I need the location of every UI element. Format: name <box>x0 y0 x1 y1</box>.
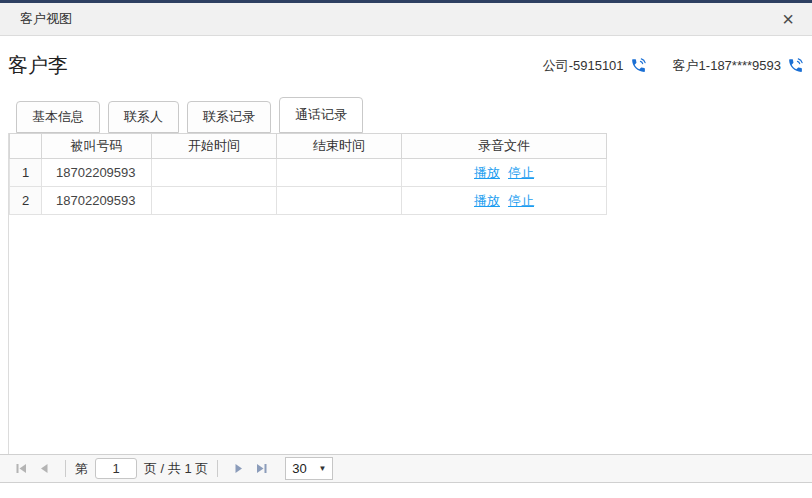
end-time-cell <box>277 159 402 187</box>
table-row: 1 18702209593 播放停止 <box>10 159 607 187</box>
tab-contact-records[interactable]: 联系记录 <box>187 101 271 133</box>
call-records-table: 被叫号码 开始时间 结束时间 录音文件 1 18702209593 播放停止 <box>9 133 607 215</box>
pager-divider <box>217 460 218 477</box>
stop-link[interactable]: 停止 <box>508 165 534 180</box>
phone-links: 公司-5915101 客户1-187****9593 <box>517 57 804 75</box>
phone-call-icon[interactable] <box>630 57 647 74</box>
column-header-rownum <box>10 134 42 159</box>
company-phone-label: 公司-5915101 <box>543 57 624 75</box>
page-count-label: 页 / 共 1 页 <box>144 460 208 478</box>
start-time-cell <box>152 187 277 215</box>
phone-call-icon[interactable] <box>787 57 804 74</box>
first-page-icon[interactable] <box>10 462 33 475</box>
next-page-icon[interactable] <box>227 462 250 475</box>
customer-header: 客户李 公司-5915101 客户1-187****9593 <box>0 36 812 85</box>
table-header-row: 被叫号码 开始时间 结束时间 录音文件 <box>10 134 607 159</box>
customer-name: 客户李 <box>8 52 68 79</box>
close-icon[interactable]: × <box>782 9 794 29</box>
tab-call-records[interactable]: 通话记录 <box>279 97 363 133</box>
play-link[interactable]: 播放 <box>474 165 500 180</box>
customer-view-dialog: 客户视图 × 客户李 公司-5915101 客户1-187****9593 <box>0 0 812 498</box>
tab-bar: 基本信息 联系人 联系记录 通话记录 <box>0 97 812 133</box>
stop-link[interactable]: 停止 <box>508 193 534 208</box>
tab-basic-info[interactable]: 基本信息 <box>16 101 100 133</box>
tab-contacts[interactable]: 联系人 <box>108 101 179 133</box>
row-index: 1 <box>10 159 42 187</box>
pager-divider <box>65 460 66 477</box>
column-header-recording-file: 录音文件 <box>402 134 607 159</box>
customer-phone-group: 客户1-187****9593 <box>673 57 804 75</box>
pagination-bar: 第 页 / 共 1 页 30 ▼ <box>0 454 812 483</box>
column-header-called-number: 被叫号码 <box>42 134 152 159</box>
page-size-select[interactable]: 30 ▼ <box>285 457 333 480</box>
called-number-cell: 18702209593 <box>42 187 152 215</box>
end-time-cell <box>277 187 402 215</box>
company-phone-group: 公司-5915101 <box>543 57 647 75</box>
row-index: 2 <box>10 187 42 215</box>
page-number-input[interactable] <box>95 458 137 479</box>
play-link[interactable]: 播放 <box>474 193 500 208</box>
chevron-down-icon: ▼ <box>318 464 326 473</box>
recording-file-cell: 播放停止 <box>402 187 607 215</box>
page-prefix-label: 第 <box>75 460 88 478</box>
dialog-titlebar: 客户视图 × <box>0 3 812 36</box>
call-records-panel: 被叫号码 开始时间 结束时间 录音文件 1 18702209593 播放停止 <box>8 133 812 458</box>
prev-page-icon[interactable] <box>33 462 56 475</box>
last-page-icon[interactable] <box>250 462 273 475</box>
start-time-cell <box>152 159 277 187</box>
page-size-value: 30 <box>292 461 306 476</box>
column-header-start-time: 开始时间 <box>152 134 277 159</box>
called-number-cell: 18702209593 <box>42 159 152 187</box>
recording-file-cell: 播放停止 <box>402 159 607 187</box>
table-row: 2 18702209593 播放停止 <box>10 187 607 215</box>
customer-phone-label: 客户1-187****9593 <box>673 57 781 75</box>
column-header-end-time: 结束时间 <box>277 134 402 159</box>
dialog-title: 客户视图 <box>20 10 72 28</box>
